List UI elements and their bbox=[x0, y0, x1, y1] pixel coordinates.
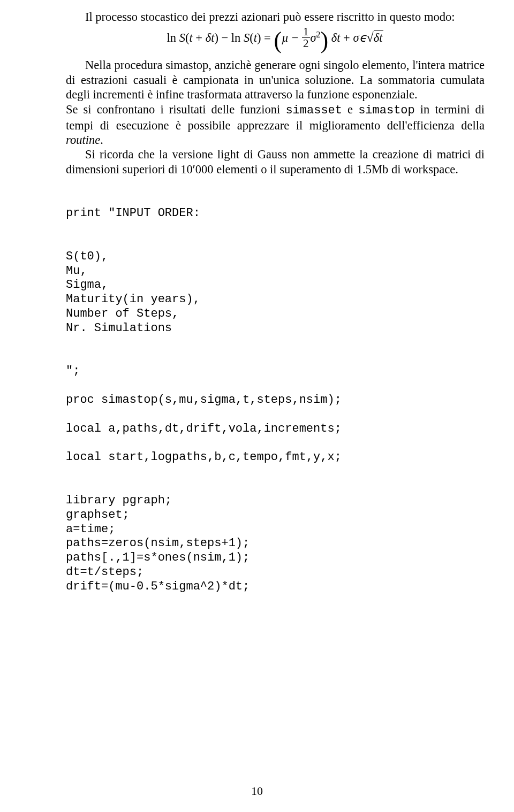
eq-close1: ) bbox=[214, 31, 218, 44]
eq-sigma2: σϵ bbox=[353, 31, 366, 44]
para3-tt1: simasset bbox=[285, 104, 342, 117]
para3-tt2: simastop bbox=[358, 104, 415, 117]
para1-text: Il processo stocastico dei prezzi aziona… bbox=[85, 10, 455, 24]
para3-a: Se si confrontano i risultati delle funz… bbox=[66, 103, 285, 116]
eq-plus2: + bbox=[340, 31, 353, 44]
eq-S1: S bbox=[179, 31, 185, 44]
eq-frac-num: 1 bbox=[302, 26, 310, 38]
eq-radical: √ bbox=[367, 30, 374, 44]
eq-frac-den: 2 bbox=[302, 38, 310, 49]
eq-minus: − ln bbox=[218, 31, 244, 44]
eq-S2: S bbox=[244, 31, 250, 44]
eq-frac: 12 bbox=[302, 26, 310, 49]
para2-text: Nella procedura simastop, anzichè genera… bbox=[66, 58, 485, 101]
paragraph-4: Si ricorda che la versione light di Gaus… bbox=[66, 147, 485, 177]
eq-lparen: ( bbox=[274, 27, 282, 53]
para3-d: . bbox=[100, 133, 103, 147]
eq-dt2: δt bbox=[331, 31, 341, 44]
eq-close2: ) = bbox=[257, 31, 274, 44]
paragraph-2: Nella procedura simastop, anzichè genera… bbox=[66, 58, 485, 102]
para3-b: e bbox=[342, 103, 358, 116]
eq-sigma: σ bbox=[311, 31, 316, 44]
eq-ln1: ln bbox=[167, 31, 179, 44]
paragraph-3: Se si confrontano i risultati delle funz… bbox=[66, 102, 485, 148]
para4-text: Si ricorda che la versione light di Gaus… bbox=[66, 148, 485, 175]
code-block: print "INPUT ORDER: S(t0), Mu, Sigma, Ma… bbox=[66, 206, 485, 594]
eq-open2: ( bbox=[250, 31, 254, 44]
eq-sqrt: √δt bbox=[367, 30, 384, 45]
para3-it: routine bbox=[66, 133, 100, 147]
eq-dt1: δt bbox=[206, 31, 215, 44]
page: Il processo stocastico dei prezzi aziona… bbox=[0, 0, 514, 812]
eq-rparen: ) bbox=[320, 27, 328, 53]
equation-display: ln S(t + δt) − ln S(t) = (µ − 12σ2) δt +… bbox=[66, 27, 485, 50]
eq-radicand: δt bbox=[374, 30, 384, 44]
page-number: 10 bbox=[0, 784, 514, 799]
eq-minus2: − bbox=[289, 31, 301, 44]
eq-plus1: + bbox=[193, 31, 206, 44]
eq-mu: µ bbox=[282, 31, 289, 44]
paragraph-1: Il processo stocastico dei prezzi aziona… bbox=[66, 10, 485, 24]
